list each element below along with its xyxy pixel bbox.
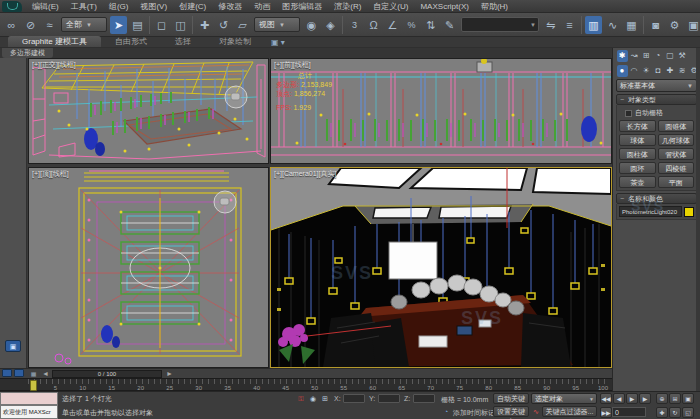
ribbon-tab-0[interactable]: Graphite 建模工具 xyxy=(8,36,101,47)
pan-viewport-icon[interactable]: ✚ xyxy=(656,407,668,418)
geometry-category-icon[interactable]: ● xyxy=(617,65,628,77)
primitive-button-9[interactable]: 平面 xyxy=(658,176,695,188)
menu-item-0[interactable]: 编辑(E) xyxy=(26,0,65,13)
primitive-button-0[interactable]: 长方体 xyxy=(619,120,656,132)
schematic-view-icon[interactable]: ▦ xyxy=(623,16,640,34)
next-frame-button[interactable]: ▶ xyxy=(639,393,651,404)
object-type-rollout-header[interactable]: −对象类型 xyxy=(616,94,697,105)
viewport-label-orthographic[interactable]: [+][正交][线框] xyxy=(32,60,76,70)
keyboard-override-icon[interactable]: 3 xyxy=(346,16,363,34)
select-object-icon[interactable]: ➤ xyxy=(110,16,127,34)
primitive-button-1[interactable]: 圆锥体 xyxy=(658,120,695,132)
viewport-label-camera[interactable]: [+][Camera01][真实] xyxy=(274,169,336,179)
selection-lock-icon[interactable]: ◉ xyxy=(308,394,318,404)
primitive-button-5[interactable]: 管状体 xyxy=(658,148,695,160)
motion-tab-icon[interactable]: ◔ xyxy=(653,50,664,62)
app-logo-icon[interactable] xyxy=(2,1,22,12)
cameras-category-icon[interactable]: ◘ xyxy=(653,65,664,77)
menu-item-5[interactable]: 修改器 xyxy=(212,0,248,13)
bind-to-spacewarp-icon[interactable]: ≈ xyxy=(41,16,58,34)
primitive-button-8[interactable]: 茶壶 xyxy=(619,176,656,188)
percent-snap-icon[interactable]: % xyxy=(403,16,420,34)
auto-key-button[interactable]: 自动关键点 xyxy=(493,393,529,404)
key-filters-icon[interactable]: ∿ xyxy=(531,407,541,417)
frame-back-arrow[interactable]: ◄ xyxy=(42,370,49,378)
menu-item-6[interactable]: 动画 xyxy=(248,0,276,13)
spacewarps-category-icon[interactable]: ≋ xyxy=(677,65,688,77)
orbit-viewport-icon[interactable]: ↻ xyxy=(669,407,681,418)
add-time-tag[interactable]: 添加时间标记 xyxy=(453,408,495,418)
menu-item-11[interactable]: 帮助(H) xyxy=(475,0,514,13)
maxscript-mini-listener[interactable] xyxy=(0,392,58,405)
ribbon-tab-1[interactable]: 自由形式 xyxy=(101,36,161,47)
current-frame-field[interactable]: 0 xyxy=(612,407,646,417)
absolute-mode-icon[interactable]: ⊞ xyxy=(320,394,330,404)
select-manipulate-icon[interactable]: ◈ xyxy=(322,16,339,34)
use-pivot-point-icon[interactable]: ◉ xyxy=(303,16,320,34)
menu-item-10[interactable]: MAXScript(X) xyxy=(414,0,474,13)
layer-manager-icon[interactable]: ▥ xyxy=(585,16,602,34)
snap-toggle-icon[interactable]: Ω xyxy=(365,16,382,34)
timebar-grid-icon[interactable]: ▦ xyxy=(29,370,38,378)
polygon-modeling-panel-tab[interactable]: 多边形建模 xyxy=(2,48,53,58)
viewport-label-front[interactable]: [+][前][线框] xyxy=(274,60,311,70)
menu-item-3[interactable]: 视图(V) xyxy=(134,0,173,13)
time-slider-handle[interactable] xyxy=(30,380,37,391)
command-panel-scrollbar[interactable] xyxy=(696,48,700,391)
select-scale-icon[interactable]: ▱ xyxy=(234,16,251,34)
selection-filter-dropdown[interactable]: 全部▼ xyxy=(61,17,107,32)
left-dock-button[interactable]: ▣ xyxy=(5,340,21,352)
key-mode-button[interactable]: ▶▶ xyxy=(600,407,612,418)
zoom-all-icon[interactable]: ⊞ xyxy=(669,393,681,404)
viewport-bottom-right[interactable]: [+][Camera01][真实] SVS SVS xyxy=(270,167,612,368)
track-bar[interactable]: 5101520253035404550556065707580859095100 xyxy=(0,378,612,391)
utilities-tab-icon[interactable]: ⚒ xyxy=(677,50,688,62)
go-to-start-button[interactable]: ◀◀ xyxy=(600,393,612,404)
material-editor-icon[interactable]: ◙ xyxy=(647,16,664,34)
modify-tab-icon[interactable]: ↝ xyxy=(629,50,640,62)
primitive-button-7[interactable]: 四棱锥 xyxy=(658,162,695,174)
isolate-key-icon[interactable]: ⚿ xyxy=(296,394,306,404)
select-rotate-icon[interactable]: ↺ xyxy=(215,16,232,34)
viewport-bottom-left[interactable]: [+][顶][线框] xyxy=(28,167,269,368)
named-selection-sets-field[interactable]: ▼ xyxy=(461,17,539,32)
ribbon-tab-2[interactable]: 选择 xyxy=(161,36,205,47)
mini-curve-editor-button[interactable] xyxy=(2,369,12,377)
mirror-icon[interactable]: ⇋ xyxy=(542,16,559,34)
unlink-selection-icon[interactable]: ⊘ xyxy=(22,16,39,34)
select-and-link-icon[interactable]: ∞ xyxy=(3,16,20,34)
create-tab-icon[interactable]: ✱ xyxy=(617,50,628,62)
rendered-frame-icon[interactable]: ▣ xyxy=(685,16,700,34)
select-move-icon[interactable]: ✚ xyxy=(196,16,213,34)
trackbar-filter-button[interactable] xyxy=(14,369,24,377)
reference-coordinate-dropdown[interactable]: 视图▼ xyxy=(254,17,300,32)
display-tab-icon[interactable]: ▢ xyxy=(665,50,676,62)
key-filters-button[interactable]: 关键点过滤器... xyxy=(542,406,597,417)
edit-named-sets-icon[interactable]: ✎ xyxy=(441,16,458,34)
primitive-button-6[interactable]: 圆环 xyxy=(619,162,656,174)
primitive-button-4[interactable]: 圆柱体 xyxy=(619,148,656,160)
angle-snap-icon[interactable]: ∠ xyxy=(384,16,401,34)
maximize-viewport-icon[interactable]: ◱ xyxy=(682,407,694,418)
curve-editor-icon[interactable]: ∿ xyxy=(604,16,621,34)
hierarchy-tab-icon[interactable]: ⊞ xyxy=(641,50,652,62)
autogrid-checkbox[interactable] xyxy=(625,110,632,117)
window-crossing-icon[interactable]: ◫ xyxy=(172,16,189,34)
helpers-category-icon[interactable]: ✚ xyxy=(665,65,676,77)
geometry-type-dropdown[interactable]: 标准基本体▼ xyxy=(616,79,697,92)
menu-item-2[interactable]: 组(G) xyxy=(103,0,135,13)
render-setup-icon[interactable]: ⚙ xyxy=(666,16,683,34)
selection-set-dropdown[interactable]: 选定对象▼ xyxy=(531,393,597,404)
viewport-top-right[interactable]: [+][前][线框] 总计 多边形: 2,153,849 顶点: 1,856,2… xyxy=(270,58,612,164)
menu-item-1[interactable]: 工具(T) xyxy=(65,0,103,13)
x-coordinate-field[interactable] xyxy=(343,394,365,403)
menu-item-7[interactable]: 图形编辑器 xyxy=(276,0,328,13)
primitive-button-2[interactable]: 球体 xyxy=(619,134,656,146)
y-coordinate-field[interactable] xyxy=(378,394,400,403)
ribbon-tab-3[interactable]: 对象绘制 xyxy=(205,36,265,47)
rectangular-region-icon[interactable]: ◻ xyxy=(153,16,170,34)
lights-category-icon[interactable]: ☀ xyxy=(641,65,652,77)
current-frame-display[interactable]: 0 / 100 xyxy=(52,370,162,378)
viewport-label-top[interactable]: [+][顶][线框] xyxy=(32,169,69,179)
primitive-button-3[interactable]: 几何球体 xyxy=(658,134,695,146)
